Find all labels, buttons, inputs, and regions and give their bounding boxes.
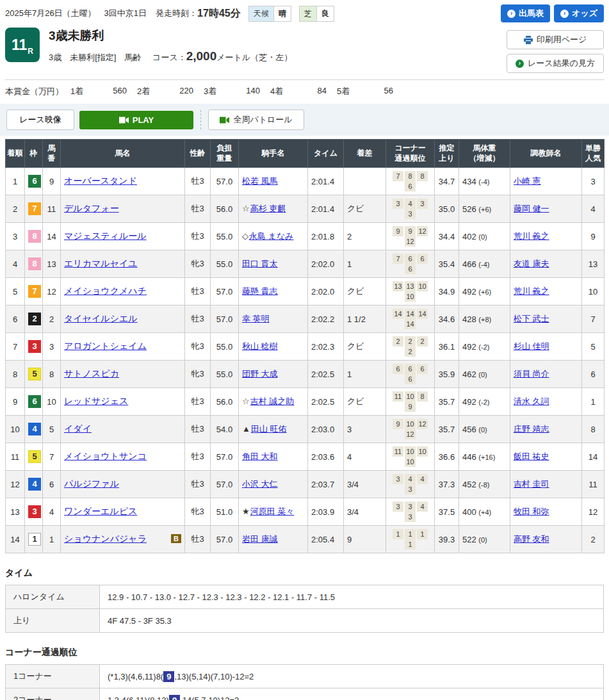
corner-pos-box: 4 <box>417 474 428 484</box>
jockey-mark: ☆ <box>242 396 250 406</box>
horse-name-link[interactable]: ショウナンバジャラ <box>64 533 147 544</box>
result-row: 622タイセイルシエル牡357.0幸 英明2:02.21 1/214141414… <box>6 305 605 333</box>
sex-age-cell: 牝3 <box>185 498 211 526</box>
last3f-cell: 34.4 <box>435 223 459 250</box>
sex-age-cell: 牡3 <box>185 526 211 553</box>
trainer-cell: 吉村 圭司 <box>510 471 582 498</box>
horse-name-link[interactable]: メイショウクメハチ <box>64 286 147 296</box>
trainer-link[interactable]: 飯田 祐史 <box>514 452 549 461</box>
jockey-link[interactable]: 田口 貫太 <box>242 259 278 268</box>
trainer-link[interactable]: 友道 康夫 <box>514 259 549 268</box>
corner-pos-box: 10 <box>417 446 428 457</box>
odds-button[interactable]: › オッズ <box>554 4 604 22</box>
trainer-link[interactable]: 庄野 靖志 <box>514 424 549 434</box>
entry-table-button[interactable]: › 出馬表 <box>501 4 550 22</box>
horse-name-link[interactable]: アロガントシェイム <box>64 341 147 351</box>
horse-name-link[interactable]: イダイ <box>64 423 92 434</box>
horse-name-link[interactable]: タイセイルシエル <box>64 313 138 323</box>
time-cell: 2:03.6 <box>308 443 344 471</box>
corner-order-cell: 1111 <box>386 526 435 553</box>
turf-label: 芝 <box>300 6 316 21</box>
entry-table-button-label: 出馬表 <box>519 8 544 19</box>
jockey-link[interactable]: 角田 大和 <box>242 452 278 461</box>
horse-name-link[interactable]: マジェスティルール <box>64 231 147 241</box>
trainer-link[interactable]: 荒川 義之 <box>514 231 549 241</box>
play-button[interactable]: PLAY <box>79 111 193 129</box>
jockey-link[interactable]: 藤懸 貴志 <box>242 286 278 296</box>
last3f-cell: 34.6 <box>435 305 459 333</box>
weight-cell: 57.0 <box>211 278 239 305</box>
jockey-link[interactable]: 河原田 菜々 <box>250 507 295 516</box>
halontime-value: 12.9 - 10.7 - 13.0 - 12.7 - 12.3 - 12.3 … <box>100 585 604 609</box>
trainer-link[interactable]: 小崎 憲 <box>514 176 541 186</box>
time-table: ハロンタイム 12.9 - 10.7 - 13.0 - 12.7 - 12.3 … <box>5 585 604 633</box>
jockey-link[interactable]: 吉村 誠之助 <box>250 396 295 406</box>
course-label: コース： <box>152 53 186 62</box>
body-weight-cell: 434 (-4) <box>459 168 510 195</box>
corner-pos-box: 4 <box>405 474 416 484</box>
horse-name-link[interactable]: ワンダーエルピス <box>64 506 137 516</box>
trainer-link[interactable]: 吉村 圭司 <box>514 479 549 489</box>
print-page-button[interactable]: 印刷用ページ <box>507 30 604 49</box>
corner-order-cell: 13131010 <box>386 278 435 305</box>
trainer-link[interactable]: 高野 友和 <box>514 534 549 544</box>
race-result-page: 2025年7月26日（土曜） 3回中京1日 発走時刻： 17時45分 天候 晴 … <box>0 0 609 700</box>
frame-badge: 2 <box>28 313 41 325</box>
jockey-link[interactable]: 田山 旺佑 <box>251 424 287 434</box>
prize-items: 1着5602着2203着1404着845着56 <box>70 86 403 97</box>
jockey-link[interactable]: 秋山 稔樹 <box>242 341 278 351</box>
weight-cell: 51.0 <box>211 498 239 526</box>
horse-name-link[interactable]: パルジファル <box>64 478 119 489</box>
jockey-cell: 小沢 大仁 <box>239 471 308 498</box>
time-cell: 2:02.0 <box>308 278 344 305</box>
results-guide-button[interactable]: › レース結果の見方 <box>507 54 604 73</box>
race-title: 3歳未勝利 <box>49 28 292 44</box>
trainer-link[interactable]: 清水 久詞 <box>514 396 549 406</box>
corner-section-title: コーナー通過順位 <box>5 647 604 658</box>
jockey-link[interactable]: 小沢 大仁 <box>242 479 278 489</box>
horse-name-link[interactable]: サトノスピカ <box>64 368 119 378</box>
start-time: 17時45分 <box>197 7 241 20</box>
margin-cell: 1 <box>344 361 386 388</box>
horse-name-link[interactable]: エリカマルセイユ <box>64 258 138 268</box>
horse-name-link[interactable]: オーバースタンド <box>64 175 137 186</box>
jockey-link[interactable]: 幸 英明 <box>242 314 270 323</box>
horse-name-link[interactable]: デルタフォー <box>64 203 119 213</box>
trainer-link[interactable]: 牧田 和弥 <box>514 507 549 516</box>
frame-cell: 6 <box>25 388 43 416</box>
jockey-link[interactable]: 団野 大成 <box>242 369 278 378</box>
patrol-video-button[interactable]: 全周パトロール <box>208 110 304 130</box>
trainer-link[interactable]: 藤岡 健一 <box>514 204 549 213</box>
jockey-link[interactable]: 高杉 吏麒 <box>250 204 286 213</box>
jockey-link[interactable]: 松若 風馬 <box>242 176 278 186</box>
horse-number-cell: 2 <box>43 305 61 333</box>
horse-name-link[interactable]: レッドサジェス <box>64 396 128 406</box>
trainer-link[interactable]: 須貝 尚介 <box>514 369 549 378</box>
frame-badge: 8 <box>28 257 41 270</box>
result-row: 1157メイショウトサンコ牡357.0角田 大和2:03.64111010103… <box>6 443 605 471</box>
trainer-link[interactable]: 荒川 義之 <box>514 286 549 296</box>
corner-highlight: 9 <box>169 695 180 700</box>
race-video-button[interactable]: レース映像 <box>6 110 74 130</box>
jockey-mark: ★ <box>242 507 250 516</box>
corner-pos-box: 6 <box>405 364 416 374</box>
prize-item: 5着56 <box>337 86 400 97</box>
last3f-cell: 36.6 <box>435 443 459 471</box>
trainer-link[interactable]: 杉山 佳明 <box>514 341 549 351</box>
frame-cell: 6 <box>25 168 43 195</box>
horse-name-cell: Bショウナンバジャラ <box>61 526 185 553</box>
corner-pos-box: 6 <box>405 181 416 191</box>
trainer-link[interactable]: 松下 武士 <box>514 314 549 323</box>
jockey-link[interactable]: 岩田 康誠 <box>242 534 278 544</box>
corner-pos-box: 3 <box>393 474 403 484</box>
trainer-cell: 高野 友和 <box>510 526 582 553</box>
horse-name-link[interactable]: メイショウトサンコ <box>64 451 147 461</box>
body-weight-diff: (-4) <box>478 261 489 268</box>
margin-cell: 3/4 <box>344 471 386 498</box>
patrol-video-button-label: 全周パトロール <box>233 114 292 126</box>
jockey-link[interactable]: 永島 まなみ <box>249 231 294 241</box>
frame-cell: 1 <box>25 526 43 553</box>
corner-pos-box: 9 <box>405 226 416 236</box>
frame-cell: 8 <box>25 223 43 250</box>
prize-row: 本賞金（万円） 1着5602着2203着1404着845着56 <box>5 80 604 104</box>
